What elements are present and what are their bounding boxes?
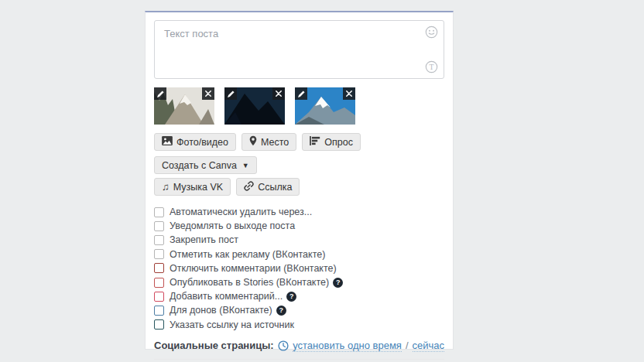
close-x-icon	[276, 90, 282, 97]
option-label: Для донов (ВКонтакте)	[170, 305, 272, 316]
remove-image-button[interactable]	[343, 87, 355, 100]
option-row[interactable]: Уведомлять о выходе поста	[154, 219, 444, 233]
svg-text:T: T	[429, 63, 433, 71]
help-question-icon[interactable]: ?	[333, 278, 343, 288]
checkbox[interactable]	[154, 249, 164, 259]
option-label: Добавить комментарий...	[170, 291, 283, 302]
toolbar-button-фото-видео[interactable]: Фото/видео	[154, 133, 236, 151]
toolbar-button-ссылка[interactable]: Ссылка	[236, 178, 300, 196]
help-question-icon[interactable]: ?	[286, 292, 296, 302]
remove-image-button[interactable]	[272, 87, 285, 100]
poll-icon	[310, 136, 320, 148]
toolbar-button-музыка-vk[interactable]: ♫Музыка VK	[154, 178, 231, 196]
option-row[interactable]: Отключить комментарии (ВКонтакте)	[154, 261, 444, 275]
pencil-icon	[298, 90, 305, 97]
option-row[interactable]: Для донов (ВКонтакте)?	[154, 303, 444, 317]
option-row[interactable]: Опубликовать в Stories (ВКонтакте)?	[154, 275, 444, 289]
option-label: Отключить комментарии (ВКонтакте)	[170, 263, 337, 274]
emoji-picker-icon[interactable]	[425, 26, 438, 39]
section-divider	[154, 359, 444, 360]
link-icon	[244, 181, 254, 193]
links-separator: /	[406, 340, 409, 351]
edit-image-button[interactable]	[224, 87, 237, 100]
checkbox[interactable]	[154, 235, 164, 245]
option-row[interactable]: Отметить как рекламу (ВКонтакте)	[154, 248, 444, 261]
option-label: Указать ссылку на источник	[170, 319, 294, 330]
post-text-input[interactable]: Текст поста T	[154, 20, 444, 79]
option-row[interactable]: Автоматически удалить через...	[154, 205, 444, 219]
music-icon: ♫	[162, 182, 170, 193]
option-label: Автоматически удалить через...	[170, 207, 312, 217]
option-label: Закрепить пост	[170, 234, 238, 245]
post-options-list: Автоматически удалить через...Уведомлять…	[154, 205, 444, 332]
pencil-icon	[157, 90, 164, 97]
post-now-link[interactable]: сейчас	[413, 340, 445, 352]
checkbox[interactable]	[154, 278, 164, 288]
blue-sky-mountain-photo	[295, 87, 355, 125]
pencil-icon	[228, 90, 235, 97]
help-question-icon[interactable]: ?	[276, 306, 286, 316]
checkbox[interactable]	[154, 221, 164, 231]
option-row[interactable]: Добавить комментарий...?	[154, 289, 444, 303]
checkbox[interactable]	[154, 319, 164, 330]
option-label: Опубликовать в Stories (ВКонтакте)	[170, 277, 329, 288]
clock-icon	[278, 340, 289, 351]
option-row[interactable]: Закрепить пост	[154, 233, 444, 247]
option-label: Уведомлять о выходе поста	[170, 220, 295, 231]
close-x-icon	[346, 90, 352, 97]
post-text-placeholder: Текст поста	[164, 28, 218, 39]
option-row[interactable]: Указать ссылку на источник	[154, 318, 444, 332]
text-format-icon[interactable]: T	[425, 60, 438, 73]
social-pages-label: Социальные страницы:	[154, 340, 274, 351]
social-pages-row: Социальные страницы: установить одно вре…	[154, 340, 444, 352]
remove-image-button[interactable]	[202, 87, 214, 100]
option-label: Отметить как рекламу (ВКонтакте)	[170, 249, 325, 260]
post-composer-panel: Текст поста T Фото/видеоМестоОпросСоздат…	[145, 11, 454, 350]
toolbar-button-создать-с-canva[interactable]: Создать с Canva▼	[154, 156, 257, 174]
attachment-toolbar-row2: ♫Музыка VKСсылка	[154, 178, 444, 196]
attachment-thumbnails	[154, 87, 444, 125]
checkbox[interactable]	[154, 306, 164, 316]
snowy-forest-mountain-photo	[154, 87, 214, 125]
close-x-icon	[205, 90, 211, 97]
set-single-time-link[interactable]: установить одно время	[293, 340, 402, 352]
image-icon	[162, 136, 173, 148]
checkbox[interactable]	[154, 263, 164, 273]
marker-icon	[249, 135, 257, 149]
toolbar-button-опрос[interactable]: Опрос	[302, 133, 361, 151]
toolbar-button-место[interactable]: Место	[242, 133, 296, 151]
edit-image-button[interactable]	[295, 87, 307, 100]
checkbox[interactable]	[154, 207, 164, 217]
checkbox[interactable]	[154, 292, 164, 302]
caret-down-icon: ▼	[242, 162, 249, 169]
dark-night-mountain-photo	[224, 87, 285, 125]
attachment-toolbar-row1: Фото/видеоМестоОпросСоздать с Canva▼	[154, 133, 444, 174]
edit-image-button[interactable]	[154, 87, 166, 100]
schedule-links: установить одно время / сейчас	[278, 340, 444, 352]
